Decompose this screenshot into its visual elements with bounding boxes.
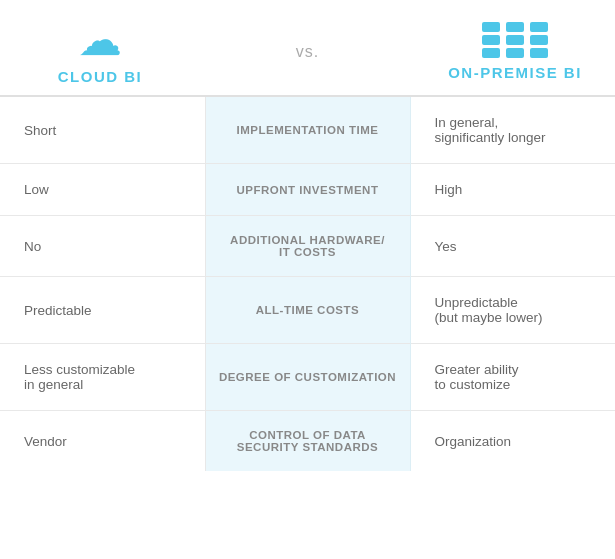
server-unit-1 bbox=[482, 22, 500, 58]
onprem-value: Unpredictable (but maybe lower) bbox=[410, 277, 615, 344]
cloud-value: No bbox=[0, 216, 205, 277]
cloud-value: Low bbox=[0, 164, 205, 216]
onprem-value: In general, significantly longer bbox=[410, 97, 615, 164]
cloud-icon: ☁ bbox=[78, 18, 122, 62]
onprem-value: Yes bbox=[410, 216, 615, 277]
table-row: Less customizable in generalDEGREE OF CU… bbox=[0, 344, 615, 411]
server-icon bbox=[482, 22, 548, 58]
onprem-bi-header: ON-PREMISE BI bbox=[415, 22, 615, 81]
table-row: VendorCONTROL OF DATA SECURITY STANDARDS… bbox=[0, 411, 615, 472]
server-block bbox=[482, 35, 500, 45]
cloud-bi-title: CLOUD BI bbox=[58, 68, 143, 85]
page-container: ☁ CLOUD BI vs. bbox=[0, 0, 615, 471]
table-row: NoADDITIONAL HARDWARE/ IT COSTSYes bbox=[0, 216, 615, 277]
cloud-value: Vendor bbox=[0, 411, 205, 472]
cloud-value: Short bbox=[0, 97, 205, 164]
cloud-value: Predictable bbox=[0, 277, 205, 344]
server-unit-2 bbox=[506, 22, 524, 58]
comparison-table: ShortIMPLEMENTATION TIMEIn general, sign… bbox=[0, 97, 615, 471]
server-block bbox=[506, 35, 524, 45]
server-block bbox=[482, 22, 500, 32]
category-label: DEGREE OF CUSTOMIZATION bbox=[205, 344, 410, 411]
category-label: UPFRONT INVESTMENT bbox=[205, 164, 410, 216]
server-block bbox=[530, 22, 548, 32]
header: ☁ CLOUD BI vs. bbox=[0, 0, 615, 97]
category-label: IMPLEMENTATION TIME bbox=[205, 97, 410, 164]
onprem-value: High bbox=[410, 164, 615, 216]
table-row: LowUPFRONT INVESTMENTHigh bbox=[0, 164, 615, 216]
category-label: CONTROL OF DATA SECURITY STANDARDS bbox=[205, 411, 410, 472]
server-block bbox=[530, 35, 548, 45]
server-unit-3 bbox=[530, 22, 548, 58]
category-label: ADDITIONAL HARDWARE/ IT COSTS bbox=[205, 216, 410, 277]
onprem-value: Greater ability to customize bbox=[410, 344, 615, 411]
server-block bbox=[506, 22, 524, 32]
server-block bbox=[482, 48, 500, 58]
cloud-bi-header: ☁ CLOUD BI bbox=[0, 18, 200, 85]
table-row: ShortIMPLEMENTATION TIMEIn general, sign… bbox=[0, 97, 615, 164]
onprem-value: Organization bbox=[410, 411, 615, 472]
table-row: PredictableALL-TIME COSTSUnpredictable (… bbox=[0, 277, 615, 344]
vs-label: vs. bbox=[208, 43, 408, 61]
category-label: ALL-TIME COSTS bbox=[205, 277, 410, 344]
onprem-bi-title: ON-PREMISE BI bbox=[448, 64, 582, 81]
server-block bbox=[506, 48, 524, 58]
server-block bbox=[530, 48, 548, 58]
cloud-value: Less customizable in general bbox=[0, 344, 205, 411]
